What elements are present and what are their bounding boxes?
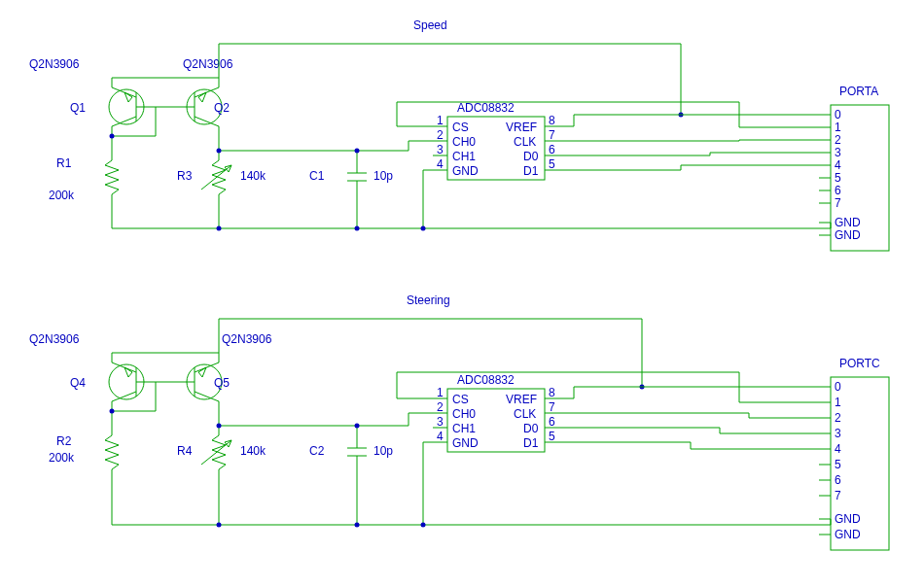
svg-point-134 [110,409,115,414]
svg-point-101 [355,226,360,231]
svg-point-92 [355,149,360,154]
svg-line-4 [112,117,136,126]
label-r2-ref: R2 [56,434,72,448]
svg-text:D1: D1 [523,436,539,450]
svg-point-205 [355,424,360,429]
svg-text:CLK: CLK [514,135,536,149]
schematic-diagram: Speed Q2N3906 Q1 Q2N3906 Q2 R1 200k R3 1… [0,0,924,587]
label-r4-val: 140k [240,444,267,458]
svg-text:GND: GND [835,512,861,526]
svg-text:4: 4 [835,442,841,456]
label-c2-ref: C2 [309,444,325,458]
label-q4-part: Q2N3906 [29,332,80,346]
svg-line-117 [112,392,136,401]
svg-text:8: 8 [549,386,555,399]
svg-text:0: 0 [835,380,841,394]
svg-text:D0: D0 [523,422,539,435]
svg-line-12 [195,117,219,126]
svg-text:2: 2 [437,400,444,414]
svg-text:GND: GND [835,528,861,541]
svg-text:VREF: VREF [506,121,537,134]
svg-line-125 [195,392,219,401]
svg-text:7: 7 [549,128,555,142]
svg-text:3: 3 [835,427,841,440]
label-r3-val: 140k [240,169,267,183]
transistor-q4 [109,353,156,411]
svg-text:1: 1 [437,114,444,127]
svg-text:2: 2 [835,411,841,425]
svg-point-100 [421,226,426,231]
svg-text:D0: D0 [523,150,539,163]
svg-text:5: 5 [835,458,841,471]
label-q5-ref: Q5 [214,376,230,390]
svg-text:7: 7 [835,196,841,210]
resistor-r1 [105,151,119,228]
svg-text:8: 8 [549,114,555,127]
svg-text:6: 6 [835,184,841,197]
svg-text:2: 2 [437,128,444,142]
svg-text:2: 2 [835,133,841,147]
label-r1-val: 200k [49,189,75,202]
title-steering: Steering [407,294,450,307]
svg-text:1: 1 [835,396,841,409]
svg-text:3: 3 [437,415,444,429]
svg-point-102 [217,226,222,231]
svg-point-88 [217,149,222,154]
svg-text:1: 1 [835,121,841,134]
svg-text:6: 6 [549,415,555,429]
svg-text:GND: GND [835,216,861,229]
svg-text:4: 4 [835,158,841,172]
svg-text:5: 5 [549,157,555,171]
svg-text:CH1: CH1 [452,422,476,435]
label-r2-val: 200k [49,451,75,465]
label-portc: PORTC [839,357,880,370]
svg-text:CH0: CH0 [452,407,476,421]
svg-point-215 [217,523,222,528]
svg-text:CH0: CH0 [452,135,476,149]
label-r4-ref: R4 [177,444,193,458]
svg-text:7: 7 [835,489,841,502]
svg-point-201 [217,424,222,429]
svg-text:6: 6 [835,473,841,487]
svg-text:3: 3 [835,146,841,159]
svg-text:5: 5 [835,171,841,185]
svg-text:0: 0 [835,108,841,121]
svg-text:GND: GND [452,164,479,178]
label-q1-ref: Q1 [70,101,86,115]
label-adc-top: ADC08832 [457,101,515,115]
label-r1-ref: R1 [56,156,72,170]
title-speed: Speed [413,18,447,32]
svg-text:CLK: CLK [514,407,536,421]
svg-text:4: 4 [437,157,444,171]
svg-text:1: 1 [437,386,444,399]
svg-point-214 [355,523,360,528]
svg-text:3: 3 [437,143,444,156]
label-q2-part: Q2N3906 [183,57,233,71]
pot-r4 [201,426,231,525]
capacitor-c2 [347,426,367,525]
label-adc-bottom: ADC08832 [457,373,515,387]
svg-point-213 [421,523,426,528]
label-q5-part: Q2N3906 [222,332,272,346]
transistor-q1 [109,78,156,136]
label-q4-ref: Q4 [70,376,86,390]
label-c1-ref: C1 [309,169,325,183]
svg-text:7: 7 [549,400,555,414]
resistor-r2 [105,426,119,525]
label-porta: PORTA [839,85,878,98]
svg-text:GND: GND [835,228,861,242]
label-c1-val: 10p [373,169,393,183]
pot-r3 [201,151,231,228]
svg-text:GND: GND [452,436,479,450]
svg-text:4: 4 [437,430,444,443]
svg-text:5: 5 [549,430,555,443]
svg-text:VREF: VREF [506,393,537,406]
svg-text:CH1: CH1 [452,150,476,163]
label-q2-ref: Q2 [214,101,230,115]
label-q1-part: Q2N3906 [29,57,80,71]
svg-point-21 [110,134,115,139]
svg-text:CS: CS [452,121,469,134]
label-r3-ref: R3 [177,169,193,183]
svg-text:6: 6 [549,143,555,156]
capacitor-c1 [347,151,367,228]
